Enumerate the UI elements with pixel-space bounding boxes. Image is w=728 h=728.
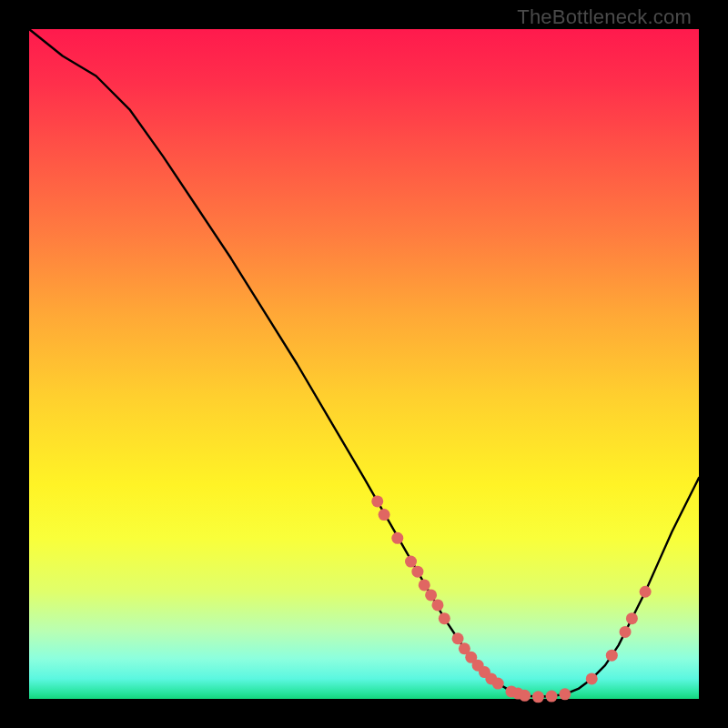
data-point (439, 612, 450, 624)
data-point (411, 566, 423, 578)
data-point (559, 688, 571, 700)
data-point (379, 509, 390, 521)
data-points (371, 495, 651, 703)
data-point (586, 672, 598, 684)
bottleneck-curve (29, 29, 699, 697)
watermark-text: TheBottleneck.com (517, 5, 692, 29)
data-point (452, 632, 464, 644)
data-point (425, 589, 437, 601)
data-point (532, 691, 544, 703)
data-point (391, 532, 403, 544)
data-point (606, 650, 618, 662)
chart-area (29, 29, 699, 699)
data-point (626, 612, 638, 624)
data-point (519, 690, 531, 702)
data-point (431, 599, 443, 611)
data-point (640, 586, 652, 598)
data-point (620, 626, 632, 638)
data-point (492, 678, 504, 690)
data-point (419, 579, 430, 591)
data-point (546, 691, 558, 703)
data-point (405, 556, 417, 568)
bottleneck-chart (29, 29, 699, 699)
data-point (371, 495, 383, 507)
